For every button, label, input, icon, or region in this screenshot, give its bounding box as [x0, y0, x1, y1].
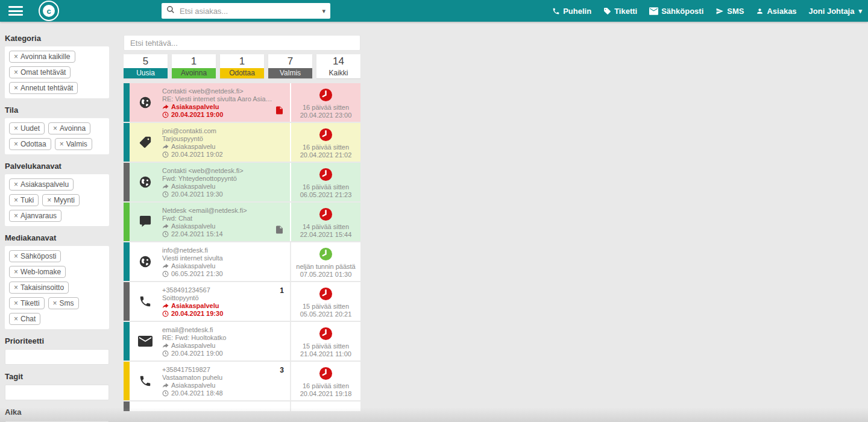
- tab-count: 1: [172, 54, 216, 68]
- task-row[interactable]: Netdesk <email@netdesk.fi> Fwd: Chat Asi…: [124, 203, 360, 241]
- remove-icon[interactable]: ×: [47, 196, 51, 204]
- remove-icon[interactable]: ×: [53, 124, 57, 133]
- nav-puhelin[interactable]: Puhelin: [552, 7, 591, 16]
- tab-avoinna[interactable]: 1 Avoinna: [172, 54, 216, 78]
- call-count-badge: 1: [280, 286, 284, 295]
- deadline-ago: 16 päivää sitten: [303, 382, 349, 390]
- task-service: Asiakaspalvelu: [162, 262, 288, 270]
- remove-icon[interactable]: ×: [14, 124, 18, 133]
- tab-uusia[interactable]: 5 Uusia: [124, 54, 168, 78]
- remove-icon[interactable]: ×: [14, 140, 18, 148]
- task-deadline: 14 päivää sitten 22.04.2021 15:44: [290, 203, 360, 241]
- task-row[interactable]: info@netdesk.fi Viesti internet sivulta …: [124, 242, 360, 281]
- task-row[interactable]: email@netdesk.fi RE: Fwd: Huoltokatko As…: [124, 322, 360, 361]
- remove-icon[interactable]: ×: [53, 299, 57, 307]
- channel-bar: [124, 362, 130, 400]
- task-deadline: 15 päivää sitten 21.04.2021 11:00: [290, 322, 360, 361]
- filter-chip-annetut-tehtavat[interactable]: ×Annetut tehtävät: [9, 82, 78, 94]
- nav-tiketti[interactable]: Tiketti: [603, 7, 637, 16]
- task-row[interactable]: joni@contakti.com Tarjouspyyntö Asiakasp…: [124, 123, 360, 162]
- user-menu[interactable]: Joni Johtaja ▾: [809, 7, 862, 16]
- envelope-icon: [130, 322, 161, 361]
- filter-chip-sms[interactable]: ×Sms: [48, 297, 79, 309]
- task-subject: Soittopyyntö: [162, 294, 288, 302]
- filter-chip-odottaa[interactable]: ×Odottaa: [9, 138, 51, 150]
- chip-label: Takaisinsoitto: [20, 283, 64, 292]
- task-row[interactable]: Contakti <web@netdesk.fi> RE: Viesti int…: [124, 83, 360, 122]
- forward-icon: [162, 143, 169, 150]
- chip-label: Web-lomake: [20, 268, 61, 276]
- logo-mark: c: [43, 5, 55, 17]
- remove-icon[interactable]: ×: [14, 212, 18, 220]
- tab-odottaa[interactable]: 1 Odottaa: [220, 54, 264, 78]
- remove-icon[interactable]: ×: [60, 140, 64, 148]
- deadline-ago: 16 päivää sitten: [303, 183, 349, 191]
- remove-icon[interactable]: ×: [14, 52, 18, 61]
- deadline-date: 06.05.2021 21:23: [300, 191, 352, 199]
- nav-sahkoposti[interactable]: Sähköposti: [649, 7, 703, 16]
- remove-icon[interactable]: ×: [14, 68, 18, 77]
- prioriteetti-input[interactable]: [5, 349, 109, 365]
- task-row[interactable]: +358417519827 Vastaamaton puhelu Asiakas…: [124, 362, 360, 400]
- task-created: 20.04.2021 19:30: [162, 191, 288, 198]
- customer-search-input[interactable]: [180, 7, 322, 16]
- filter-sidebar: Kategoria ×Avoinna kaikille ×Omat tehtäv…: [5, 27, 109, 422]
- chip-label: Annetut tehtävät: [20, 84, 73, 92]
- globe-icon: [130, 83, 161, 122]
- hamburger-menu-icon[interactable]: [8, 6, 23, 16]
- customer-search[interactable]: ▾: [162, 3, 330, 19]
- chevron-down-icon[interactable]: ▾: [322, 7, 326, 15]
- clock-icon: [162, 271, 169, 277]
- task-created: 20.04.2021 19:30: [162, 310, 288, 318]
- tab-kaikki[interactable]: 14 Kaikki: [316, 54, 360, 78]
- filter-chip-uudet[interactable]: ×Uudet: [9, 122, 45, 134]
- filter-chip-ajanvaraus[interactable]: ×Ajanvaraus: [9, 210, 61, 222]
- filter-chip-takaisinsoitto[interactable]: ×Takaisinsoitto: [9, 282, 69, 294]
- palvelukanavat-card: ×Asiakaspalvelu ×Tuki ×Myynti ×Ajanvarau…: [5, 174, 109, 226]
- tab-valmis[interactable]: 7 Valmis: [268, 54, 312, 78]
- filter-chip-myynti[interactable]: ×Myynti: [42, 194, 80, 206]
- remove-icon[interactable]: ×: [14, 84, 18, 92]
- filter-chip-avoinna[interactable]: ×Avoinna: [48, 122, 90, 134]
- task-subject: Fwd: Yhteydenottopyyntö: [162, 175, 288, 183]
- task-subject: Vastaamaton puhelu: [162, 374, 288, 382]
- task-deadline: 15 päivää sitten 05.05.2021 20:21: [290, 282, 360, 321]
- remove-icon[interactable]: ×: [14, 299, 18, 307]
- remove-icon[interactable]: ×: [14, 283, 18, 292]
- task-list: Contakti <web@netdesk.fi> RE: Viesti int…: [124, 83, 360, 411]
- remove-icon[interactable]: ×: [14, 196, 18, 204]
- remove-icon[interactable]: ×: [14, 315, 18, 323]
- remove-icon[interactable]: ×: [14, 252, 18, 260]
- remove-icon[interactable]: ×: [14, 268, 18, 276]
- filter-chip-asiakaspalvelu[interactable]: ×Asiakaspalvelu: [9, 178, 74, 191]
- filter-chip-web-lomake[interactable]: ×Web-lomake: [9, 266, 66, 278]
- task-row[interactable]: Contakti <web@netdesk.fi> Fwd: Yhteydeno…: [124, 163, 360, 201]
- chip-label: Uudet: [20, 124, 40, 133]
- filter-chip-tuki[interactable]: ×Tuki: [9, 194, 39, 206]
- search-icon: [166, 5, 175, 16]
- filter-chip-avoinna-kaikille[interactable]: ×Avoinna kaikille: [9, 51, 75, 63]
- task-from: Netdesk <email@netdesk.fi>: [162, 207, 288, 215]
- chip-label: Omat tehtävät: [20, 68, 66, 77]
- tila-card: ×Uudet ×Avoinna ×Odottaa ×Valmis: [5, 118, 109, 154]
- forward-icon: [162, 223, 169, 230]
- task-search-input[interactable]: [124, 35, 360, 51]
- task-deadline: 16 päivää sitten 20.04.2021 19:18: [290, 362, 360, 400]
- nav-asiakas[interactable]: Asiakas: [756, 7, 796, 16]
- filter-chip-sahkoposti[interactable]: ×Sähköposti: [9, 250, 61, 262]
- app-logo[interactable]: c: [39, 1, 59, 21]
- section-title-prioriteetti: Prioriteetti: [5, 336, 109, 345]
- remove-icon[interactable]: ×: [14, 180, 18, 189]
- filter-chip-tiketti[interactable]: ×Tiketti: [9, 297, 45, 309]
- task-row[interactable]: +358491234567 Soittopyyntö Asiakaspalvel…: [124, 282, 360, 321]
- task-created: 06.05.2021 21:30: [162, 270, 288, 278]
- task-subject: Viesti internet sivulta: [162, 254, 288, 262]
- tagit-input[interactable]: [5, 385, 109, 400]
- filter-chip-chat[interactable]: ×Chat: [9, 313, 40, 325]
- nav-sms[interactable]: SMS: [715, 7, 744, 16]
- forward-icon: [162, 303, 169, 309]
- filter-chip-omat-tehtavat[interactable]: ×Omat tehtävät: [9, 66, 71, 78]
- clock-icon: [162, 231, 169, 238]
- filter-chip-valmis[interactable]: ×Valmis: [55, 138, 92, 150]
- phone-icon: [130, 362, 161, 400]
